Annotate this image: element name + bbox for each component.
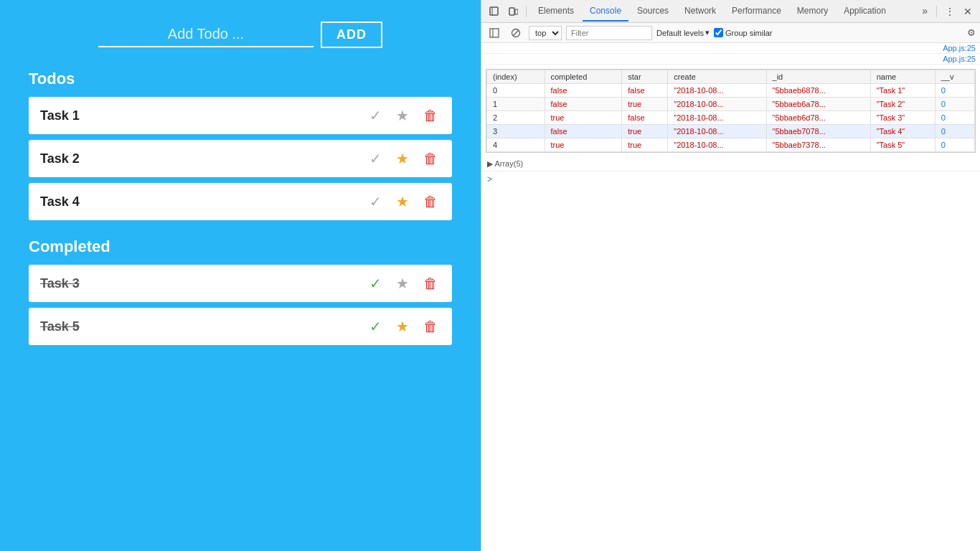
todo-app: ADD Todos Task 1 ✓ ★ 🗑 Task 2 ✓ ★ <box>0 0 481 551</box>
tab-end-divider <box>936 6 937 17</box>
star-icon: ★ <box>396 193 409 210</box>
cell-star: true <box>622 138 668 152</box>
star-button[interactable]: ★ <box>393 316 412 336</box>
col-header-create: create <box>668 70 766 84</box>
console-input-row: > <box>481 171 980 187</box>
tab-sources[interactable]: Sources <box>630 1 676 22</box>
cell-create: "2018-10-08... <box>668 84 766 98</box>
cell-completed: false <box>545 98 622 111</box>
todos-list: Task 1 ✓ ★ 🗑 Task 2 ✓ ★ 🗑 <box>29 97 452 220</box>
settings-button[interactable]: ⚙ <box>967 27 976 38</box>
table-row: 2 true false "2018-10-08... "5bbaeb6d78.… <box>487 111 975 125</box>
cell-star: true <box>622 98 668 111</box>
cell-index: 1 <box>487 98 545 111</box>
todo-item: Task 2 ✓ ★ 🗑 <box>29 140 452 177</box>
trash-icon: 🗑 <box>423 276 438 292</box>
devtools-close-button[interactable]: ✕ <box>960 4 976 19</box>
col-header-name: name <box>870 70 935 84</box>
add-todo-form: ADD <box>29 22 452 48</box>
star-button[interactable]: ★ <box>393 273 412 293</box>
tab-elements[interactable]: Elements <box>531 1 581 22</box>
complete-button[interactable]: ✓ <box>367 316 385 336</box>
cell-star: false <box>622 111 668 125</box>
add-button[interactable]: ADD <box>321 22 382 48</box>
todo-item: Task 4 ✓ ★ 🗑 <box>29 183 452 220</box>
console-table-wrapper: (index) completed star create _id name _… <box>486 69 976 153</box>
cursor-icon <box>489 6 499 17</box>
default-levels-button[interactable]: Default levels ▾ <box>656 28 710 37</box>
filter-input[interactable] <box>566 26 652 40</box>
star-icon: ★ <box>396 150 409 167</box>
complete-button[interactable]: ✓ <box>367 273 385 293</box>
tab-memory[interactable]: Memory <box>790 1 835 22</box>
cell-v: 0 <box>935 98 974 111</box>
log-link[interactable]: App.js:25 <box>481 54 980 65</box>
todo-item: Task 1 ✓ ★ 🗑 <box>29 97 452 134</box>
star-button[interactable]: ★ <box>393 105 412 126</box>
tab-network[interactable]: Network <box>677 1 723 22</box>
devtools-panel: Elements Console Sources Network Perform… <box>481 0 980 551</box>
trash-icon: 🗑 <box>423 108 438 124</box>
cell-name: "Task 2" <box>870 98 935 111</box>
devtools-log-area: App.js:25 App.js:25 (index) completed st… <box>481 43 980 551</box>
complete-button[interactable]: ✓ <box>367 105 385 126</box>
cell-name: "Task 1" <box>870 84 935 98</box>
check-icon: ✓ <box>369 275 382 292</box>
cell-create: "2018-10-08... <box>668 98 766 111</box>
cell-star: false <box>622 84 668 98</box>
delete-button[interactable]: 🗑 <box>420 106 440 126</box>
star-icon: ★ <box>396 107 409 124</box>
array-expand-row[interactable]: ▶ Array(5) <box>481 157 980 171</box>
cell-completed: false <box>545 125 622 138</box>
tab-application[interactable]: Application <box>837 1 893 22</box>
group-similar-checkbox[interactable] <box>714 28 723 37</box>
tab-divider <box>526 6 527 17</box>
log-link[interactable]: App.js:25 <box>481 43 980 54</box>
cell-v: 0 <box>935 125 974 138</box>
inspect-element-button[interactable] <box>486 4 503 19</box>
tab-performance[interactable]: Performance <box>725 1 788 22</box>
devtools-menu-button[interactable]: ⋮ <box>941 4 958 19</box>
check-icon: ✓ <box>369 318 382 335</box>
completed-section-title: Completed <box>29 237 452 256</box>
clear-console-button[interactable] <box>507 26 524 40</box>
cell-id: "5bbaeb6d78... <box>766 111 870 125</box>
console-table: (index) completed star create _id name _… <box>486 70 975 152</box>
cell-completed: true <box>545 111 622 125</box>
todo-label: Task 2 <box>40 151 358 166</box>
cell-id: "5bbaeb6878... <box>766 84 870 98</box>
tab-console[interactable]: Console <box>583 1 628 22</box>
device-toggle-button[interactable] <box>504 4 522 19</box>
levels-label: Default levels <box>656 29 704 37</box>
devtools-tabbar: Elements Console Sources Network Perform… <box>481 0 980 23</box>
star-button[interactable]: ★ <box>393 192 412 212</box>
add-todo-input[interactable] <box>98 22 314 47</box>
col-header-completed: completed <box>545 70 622 84</box>
sidebar-toggle-button[interactable] <box>486 26 503 40</box>
table-row: 4 true true "2018-10-08... "5bbaeb7378..… <box>487 138 975 152</box>
complete-button[interactable]: ✓ <box>367 149 385 169</box>
table-row: 0 false false "2018-10-08... "5bbaeb6878… <box>487 84 975 98</box>
complete-button[interactable]: ✓ <box>367 192 385 212</box>
delete-button[interactable]: 🗑 <box>420 149 440 169</box>
svg-line-7 <box>514 30 519 35</box>
cell-create: "2018-10-08... <box>668 125 766 138</box>
cell-name: "Task 5" <box>870 138 935 152</box>
todo-item: Task 3 ✓ ★ 🗑 <box>29 265 452 302</box>
star-button[interactable]: ★ <box>393 149 412 169</box>
console-prompt: > <box>487 174 492 184</box>
star-icon: ★ <box>396 275 409 292</box>
delete-button[interactable]: 🗑 <box>420 274 440 293</box>
cell-v: 0 <box>935 138 974 152</box>
table-row: 3 false true "2018-10-08... "5bbaeb7078.… <box>487 125 975 138</box>
context-select[interactable]: top <box>529 26 562 40</box>
check-icon: ✓ <box>369 150 382 167</box>
cell-star: true <box>622 125 668 138</box>
delete-button[interactable]: 🗑 <box>420 192 440 212</box>
group-similar-text: Group similar <box>725 29 772 37</box>
sidebar-icon <box>489 28 499 38</box>
console-input[interactable] <box>496 174 974 184</box>
delete-button[interactable]: 🗑 <box>420 317 440 336</box>
more-tabs-button[interactable]: » <box>918 2 932 21</box>
cell-index: 4 <box>487 138 545 152</box>
